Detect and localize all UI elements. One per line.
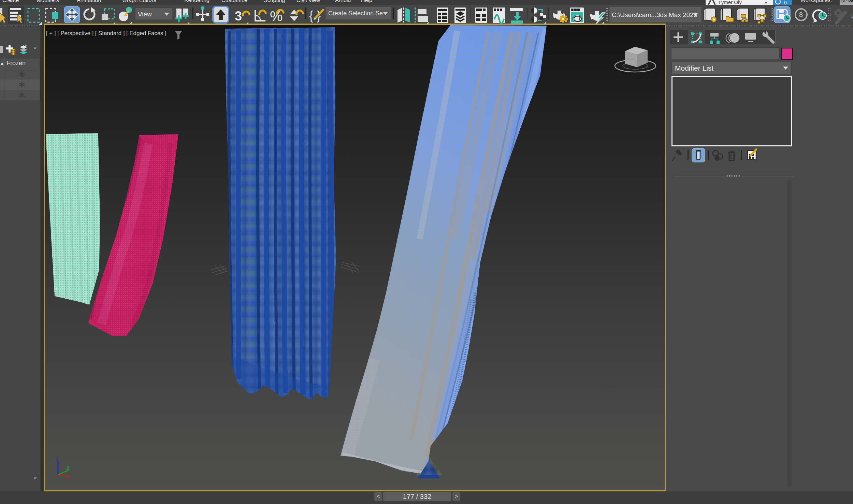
svg-text:Lymer Oly: Lymer Oly — [719, 0, 742, 5]
svg-text:y: y — [67, 464, 70, 469]
svg-text:View: View — [138, 11, 152, 18]
svg-text:8: 8 — [799, 11, 803, 18]
svg-text:{: { — [309, 9, 313, 23]
svg-text:FRONT: FRONT — [627, 58, 637, 61]
svg-text:u: u — [850, 12, 853, 19]
svg-text:z: z — [56, 456, 58, 461]
svg-text:3: 3 — [235, 9, 242, 23]
svg-text:»: » — [34, 44, 37, 50]
svg-text:0: 0 — [784, 0, 787, 5]
svg-text:Create Selection Se: Create Selection Se — [328, 10, 383, 17]
svg-text:C:\Users\cam...3ds Max 2023: C:\Users\cam...3ds Max 2023 — [612, 11, 697, 18]
